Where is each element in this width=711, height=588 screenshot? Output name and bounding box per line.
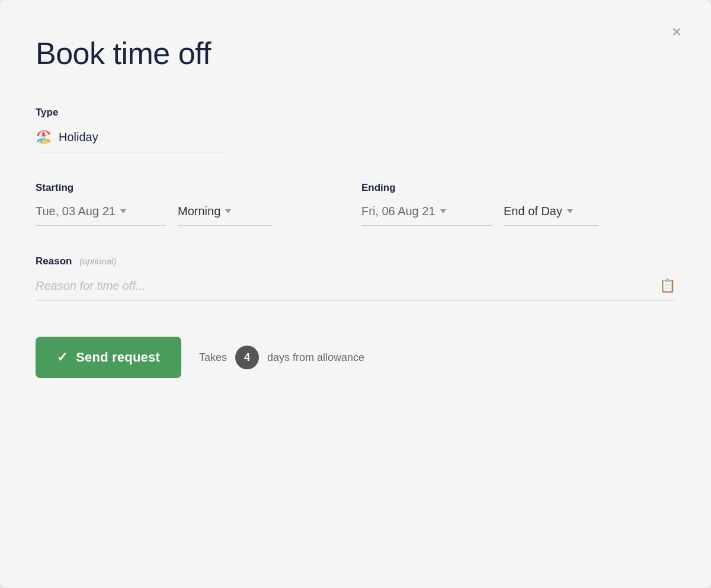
send-request-label: Send request [76,350,160,365]
allowance-days-badge: 4 [235,346,259,369]
ending-date-chevron-icon [440,209,446,213]
page-title: Book time off [36,36,675,71]
ending-time-chevron-icon [567,209,573,213]
starting-time-chevron-icon [225,209,231,213]
allowance-info: Takes 4 days from allowance [199,346,364,369]
ending-inputs: Fri, 06 Aug 21 End of Day [361,204,675,226]
starting-date-select[interactable]: Tue, 03 Aug 21 [36,204,166,226]
book-time-off-modal: × Book time off Type 🏖️ Holiday Starting… [0,0,711,588]
date-row: Starting Tue, 03 Aug 21 Morning Ending F… [36,182,675,226]
type-select[interactable]: 🏖️ Holiday [36,129,225,152]
type-value: Holiday [59,130,225,144]
type-label: Type [36,107,675,119]
reason-input-wrapper: 📋 [36,278,675,301]
starting-date-chevron-icon [120,209,126,213]
reason-label-text: Reason [36,255,72,267]
starting-label: Starting [36,182,350,194]
starting-time-value: Morning [178,204,220,218]
starting-time-select[interactable]: Morning [178,204,273,226]
allowance-days-value: 4 [244,351,250,364]
type-section: Type 🏖️ Holiday [36,107,675,152]
template-icon[interactable]: 📋 [659,278,675,293]
reason-section: Reason (optional) 📋 [36,255,675,301]
starting-date-value: Tue, 03 Aug 21 [36,204,116,218]
holiday-icon: 🏖️ [36,129,52,145]
starting-group: Starting Tue, 03 Aug 21 Morning [36,182,350,226]
footer-row: ✓ Send request Takes 4 days from allowan… [36,337,675,378]
ending-time-value: End of Day [504,204,562,218]
reason-input[interactable] [36,279,659,293]
ending-group: Ending Fri, 06 Aug 21 End of Day [350,182,675,226]
ending-date-select[interactable]: Fri, 06 Aug 21 [361,204,492,226]
reason-label-row: Reason (optional) [36,255,675,267]
ending-label: Ending [361,182,675,194]
starting-inputs: Tue, 03 Aug 21 Morning [36,204,350,226]
checkmark-icon: ✓ [57,350,68,365]
ending-time-select[interactable]: End of Day [504,204,598,226]
allowance-suffix: days from allowance [267,351,364,364]
send-request-button[interactable]: ✓ Send request [36,337,181,378]
reason-optional-label: (optional) [79,256,117,266]
allowance-prefix: Takes [199,351,227,364]
ending-date-value: Fri, 06 Aug 21 [361,204,435,218]
close-button[interactable]: × [672,24,681,40]
